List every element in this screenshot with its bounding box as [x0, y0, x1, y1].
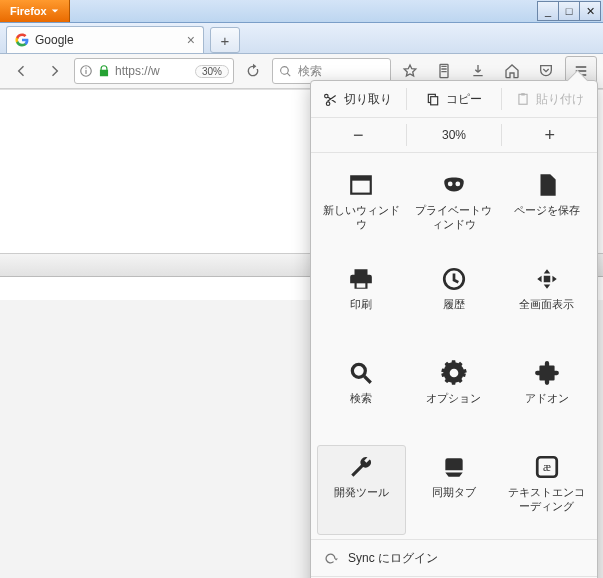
svg-rect-5	[519, 94, 527, 104]
titlebar-spacer	[70, 0, 535, 22]
encoding-icon: æ	[534, 454, 560, 480]
synced-tabs-item[interactable]: 同期タブ	[410, 445, 499, 535]
paste-button: 貼り付け	[502, 91, 597, 108]
clock-icon	[441, 266, 467, 292]
item-label: 履歴	[443, 298, 465, 312]
search-placeholder: 検索	[298, 63, 322, 80]
info-circle-icon	[79, 64, 93, 78]
item-label: オプション	[426, 392, 481, 406]
svg-point-9	[448, 182, 453, 187]
item-label: プライベートウィンドウ	[413, 204, 496, 232]
firefox-menu-button[interactable]: Firefox	[0, 0, 70, 22]
item-label: 新しいウィンドウ	[320, 204, 403, 232]
download-icon	[470, 63, 486, 79]
pocket-icon	[538, 63, 554, 79]
item-label: 印刷	[350, 298, 372, 312]
tab-close-button[interactable]: ×	[187, 33, 195, 47]
item-label: アドオン	[525, 392, 569, 406]
gear-icon	[441, 360, 467, 386]
item-label: テキストエンコーディング	[505, 486, 588, 514]
tab-strip: Google × +	[0, 23, 603, 54]
new-tab-button[interactable]: +	[210, 27, 240, 53]
home-icon	[504, 63, 520, 79]
reload-icon	[245, 63, 261, 79]
star-icon	[402, 63, 418, 79]
copy-label: コピー	[446, 91, 482, 108]
close-window-button[interactable]: ✕	[579, 1, 601, 21]
find-item[interactable]: 検索	[317, 351, 406, 441]
back-button[interactable]	[6, 57, 36, 85]
zoom-badge[interactable]: 30%	[195, 65, 229, 78]
url-bar[interactable]: https://w 30%	[74, 58, 234, 84]
tab-title: Google	[35, 33, 74, 47]
arrow-left-icon	[13, 63, 29, 79]
fullscreen-icon	[534, 266, 560, 292]
sync-signin-item[interactable]: Sync にログイン	[311, 539, 597, 576]
developer-tools-item[interactable]: 開発ツール	[317, 445, 406, 535]
search-icon	[279, 65, 292, 78]
history-item[interactable]: 履歴	[410, 257, 499, 347]
cut-label: 切り取り	[344, 91, 392, 108]
options-item[interactable]: オプション	[410, 351, 499, 441]
identity-icon[interactable]	[79, 64, 93, 78]
reload-button[interactable]	[238, 57, 268, 85]
svg-rect-13	[543, 276, 550, 283]
fullscreen-item[interactable]: 全画面表示	[502, 257, 591, 347]
forward-button[interactable]	[40, 57, 70, 85]
item-label: 開発ツール	[334, 486, 389, 500]
minimize-button[interactable]: _	[537, 1, 559, 21]
window-titlebar: Firefox _ □ ✕	[0, 0, 603, 23]
edit-row: 切り取り コピー 貼り付け	[311, 81, 597, 118]
item-label: 検索	[350, 392, 372, 406]
save-page-item[interactable]: ページを保存	[502, 163, 591, 253]
url-text: https://w	[115, 64, 191, 78]
wrench-icon	[348, 454, 374, 480]
svg-rect-6	[521, 93, 525, 95]
svg-point-10	[455, 182, 460, 187]
clipboard-icon	[436, 63, 452, 79]
puzzle-icon	[534, 360, 560, 386]
zoom-row: − 30% +	[311, 118, 597, 153]
svg-point-14	[353, 364, 366, 377]
paste-label: 貼り付け	[536, 91, 584, 108]
item-label: 同期タブ	[432, 486, 476, 500]
zoom-in-button[interactable]: +	[502, 125, 597, 146]
svg-text:æ: æ	[543, 460, 551, 474]
item-label: 全画面表示	[519, 298, 574, 312]
browser-tab[interactable]: Google ×	[6, 26, 204, 53]
page-icon	[534, 172, 560, 198]
copy-button[interactable]: コピー	[407, 91, 502, 108]
window-icon	[348, 172, 374, 198]
svg-rect-11	[357, 283, 366, 287]
copy-icon	[426, 92, 440, 106]
sync-label: Sync にログイン	[348, 550, 438, 567]
svg-rect-8	[352, 176, 372, 180]
private-window-item[interactable]: プライベートウィンドウ	[410, 163, 499, 253]
svg-rect-1	[85, 70, 86, 74]
print-item[interactable]: 印刷	[317, 257, 406, 347]
dropdown-icon	[51, 7, 59, 15]
svg-rect-4	[431, 97, 438, 105]
arrow-right-icon	[47, 63, 63, 79]
scissors-icon	[324, 92, 338, 106]
firefox-menu-label: Firefox	[10, 5, 47, 17]
svg-rect-2	[85, 68, 86, 69]
maximize-button[interactable]: □	[558, 1, 580, 21]
google-favicon-icon	[15, 33, 29, 47]
new-window-item[interactable]: 新しいウィンドウ	[317, 163, 406, 253]
printer-icon	[348, 266, 374, 292]
item-label: ページを保存	[514, 204, 580, 218]
synced-tabs-icon	[441, 454, 467, 480]
app-menu-panel: 切り取り コピー 貼り付け − 30% + 新しいウィンドウ プライベートウィン…	[310, 80, 598, 578]
mask-icon	[441, 172, 467, 198]
text-encoding-item[interactable]: æ テキストエンコーディング	[502, 445, 591, 535]
addons-item[interactable]: アドオン	[502, 351, 591, 441]
sync-icon	[323, 551, 338, 566]
cut-button[interactable]: 切り取り	[311, 91, 406, 108]
paste-icon	[516, 92, 530, 106]
zoom-out-button[interactable]: −	[311, 125, 406, 146]
menu-grid: 新しいウィンドウ プライベートウィンドウ ページを保存 印刷 履歴 全画面表示 …	[311, 153, 597, 539]
zoom-value[interactable]: 30%	[407, 128, 502, 142]
magnifier-icon	[348, 360, 374, 386]
window-controls: _ □ ✕	[535, 0, 603, 22]
